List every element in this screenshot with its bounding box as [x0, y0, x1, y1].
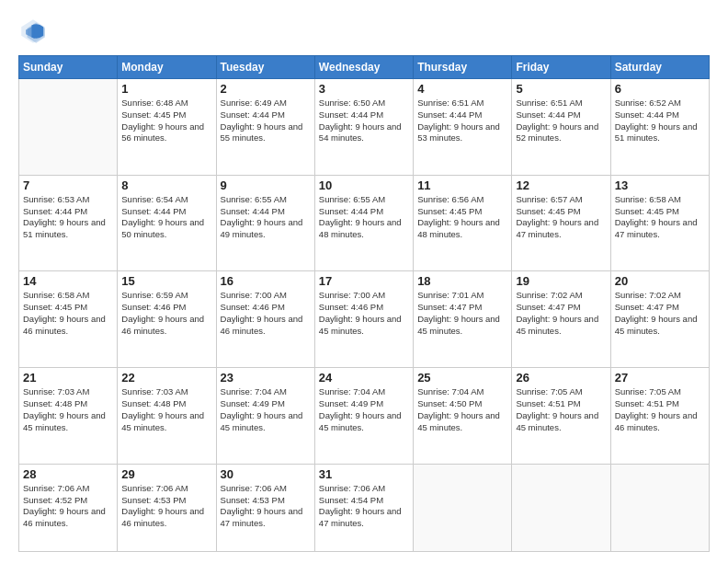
day-number: 25: [417, 371, 507, 385]
day-number: 11: [417, 178, 507, 192]
day-number: 13: [615, 178, 705, 192]
calendar-cell: 20Sunrise: 7:02 AM Sunset: 4:47 PM Dayli…: [610, 271, 709, 368]
day-info: Sunrise: 7:04 AM Sunset: 4:49 PM Dayligh…: [221, 386, 311, 433]
day-number: 14: [23, 274, 113, 288]
page: SundayMondayTuesdayWednesdayThursdayFrid…: [0, 0, 728, 563]
day-info: Sunrise: 7:00 AM Sunset: 4:46 PM Dayligh…: [319, 290, 409, 337]
calendar-cell: 26Sunrise: 7:05 AM Sunset: 4:51 PM Dayli…: [512, 368, 610, 465]
day-number: 26: [516, 371, 606, 385]
day-number: 19: [516, 274, 606, 288]
day-info: Sunrise: 7:05 AM Sunset: 4:51 PM Dayligh…: [615, 386, 705, 433]
calendar-cell: 21Sunrise: 7:03 AM Sunset: 4:48 PM Dayli…: [19, 368, 118, 465]
calendar-cell: 11Sunrise: 6:56 AM Sunset: 4:45 PM Dayli…: [414, 175, 512, 271]
day-number: 7: [23, 178, 113, 192]
calendar-cell: 15Sunrise: 6:59 AM Sunset: 4:46 PM Dayli…: [118, 271, 216, 368]
header: [18, 17, 710, 46]
logo-icon: [18, 17, 48, 46]
calendar-cell: 10Sunrise: 6:55 AM Sunset: 4:44 PM Dayli…: [314, 175, 413, 271]
calendar-cell: 30Sunrise: 7:06 AM Sunset: 4:53 PM Dayli…: [216, 464, 314, 551]
weekday-header: Monday: [118, 56, 216, 79]
day-info: Sunrise: 6:51 AM Sunset: 4:44 PM Dayligh…: [417, 98, 507, 144]
day-info: Sunrise: 6:55 AM Sunset: 4:44 PM Dayligh…: [319, 194, 409, 241]
day-info: Sunrise: 6:57 AM Sunset: 4:45 PM Dayligh…: [516, 194, 606, 241]
calendar-cell: [610, 464, 709, 551]
day-number: 5: [516, 82, 606, 96]
calendar-cell: 3Sunrise: 6:50 AM Sunset: 4:44 PM Daylig…: [314, 79, 413, 176]
logo: [18, 17, 51, 46]
calendar-cell: 28Sunrise: 7:06 AM Sunset: 4:52 PM Dayli…: [19, 464, 118, 551]
calendar-cell: [19, 79, 118, 176]
calendar-cell: 17Sunrise: 7:00 AM Sunset: 4:46 PM Dayli…: [314, 271, 413, 368]
weekday-header: Thursday: [414, 56, 512, 79]
calendar-cell: 2Sunrise: 6:49 AM Sunset: 4:44 PM Daylig…: [216, 79, 314, 176]
weekday-header-row: SundayMondayTuesdayWednesdayThursdayFrid…: [19, 56, 710, 79]
calendar-cell: 12Sunrise: 6:57 AM Sunset: 4:45 PM Dayli…: [512, 175, 610, 271]
calendar-cell: 18Sunrise: 7:01 AM Sunset: 4:47 PM Dayli…: [414, 271, 512, 368]
day-info: Sunrise: 6:53 AM Sunset: 4:44 PM Dayligh…: [23, 194, 113, 241]
calendar-cell: 8Sunrise: 6:54 AM Sunset: 4:44 PM Daylig…: [118, 175, 216, 271]
day-info: Sunrise: 7:06 AM Sunset: 4:53 PM Dayligh…: [221, 483, 311, 530]
calendar-cell: 24Sunrise: 7:04 AM Sunset: 4:49 PM Dayli…: [314, 368, 413, 465]
day-number: 28: [23, 467, 113, 481]
weekday-header: Friday: [512, 56, 610, 79]
weekday-header: Sunday: [19, 56, 118, 79]
day-info: Sunrise: 7:03 AM Sunset: 4:48 PM Dayligh…: [121, 386, 211, 433]
day-info: Sunrise: 7:04 AM Sunset: 4:49 PM Dayligh…: [319, 386, 409, 433]
calendar-week-row: 28Sunrise: 7:06 AM Sunset: 4:52 PM Dayli…: [19, 464, 710, 551]
calendar-cell: 22Sunrise: 7:03 AM Sunset: 4:48 PM Dayli…: [118, 368, 216, 465]
calendar-cell: 25Sunrise: 7:04 AM Sunset: 4:50 PM Dayli…: [414, 368, 512, 465]
day-number: 24: [319, 371, 409, 385]
day-number: 10: [319, 178, 409, 192]
day-info: Sunrise: 7:04 AM Sunset: 4:50 PM Dayligh…: [417, 386, 507, 433]
day-number: 29: [121, 467, 211, 481]
calendar-cell: 27Sunrise: 7:05 AM Sunset: 4:51 PM Dayli…: [610, 368, 709, 465]
day-info: Sunrise: 6:50 AM Sunset: 4:44 PM Dayligh…: [319, 98, 409, 144]
weekday-header: Wednesday: [314, 56, 413, 79]
calendar-cell: 9Sunrise: 6:55 AM Sunset: 4:44 PM Daylig…: [216, 175, 314, 271]
calendar-table: SundayMondayTuesdayWednesdayThursdayFrid…: [18, 55, 710, 552]
calendar-week-row: 14Sunrise: 6:58 AM Sunset: 4:45 PM Dayli…: [19, 271, 710, 368]
calendar-cell: 13Sunrise: 6:58 AM Sunset: 4:45 PM Dayli…: [610, 175, 709, 271]
day-number: 31: [319, 467, 409, 481]
day-number: 8: [121, 178, 211, 192]
day-number: 4: [417, 82, 507, 96]
day-number: 21: [23, 371, 113, 385]
weekday-header: Saturday: [610, 56, 709, 79]
calendar-cell: 7Sunrise: 6:53 AM Sunset: 4:44 PM Daylig…: [19, 175, 118, 271]
day-number: 27: [615, 371, 705, 385]
day-info: Sunrise: 6:52 AM Sunset: 4:44 PM Dayligh…: [615, 98, 705, 144]
day-number: 2: [221, 82, 311, 96]
day-info: Sunrise: 7:01 AM Sunset: 4:47 PM Dayligh…: [417, 290, 507, 337]
weekday-header: Tuesday: [216, 56, 314, 79]
day-info: Sunrise: 7:03 AM Sunset: 4:48 PM Dayligh…: [23, 386, 113, 433]
day-number: 15: [121, 274, 211, 288]
day-number: 1: [121, 82, 211, 96]
calendar-cell: 1Sunrise: 6:48 AM Sunset: 4:45 PM Daylig…: [118, 79, 216, 176]
calendar-cell: [414, 464, 512, 551]
day-info: Sunrise: 7:02 AM Sunset: 4:47 PM Dayligh…: [516, 290, 606, 337]
day-number: 22: [121, 371, 211, 385]
day-info: Sunrise: 7:06 AM Sunset: 4:52 PM Dayligh…: [23, 483, 113, 530]
day-number: 16: [221, 274, 311, 288]
day-info: Sunrise: 6:58 AM Sunset: 4:45 PM Dayligh…: [23, 290, 113, 337]
day-number: 20: [615, 274, 705, 288]
calendar-cell: [512, 464, 610, 551]
day-info: Sunrise: 6:58 AM Sunset: 4:45 PM Dayligh…: [615, 194, 705, 241]
day-number: 3: [319, 82, 409, 96]
day-info: Sunrise: 7:05 AM Sunset: 4:51 PM Dayligh…: [516, 386, 606, 433]
day-info: Sunrise: 6:48 AM Sunset: 4:45 PM Dayligh…: [121, 98, 211, 144]
day-info: Sunrise: 6:55 AM Sunset: 4:44 PM Dayligh…: [221, 194, 311, 241]
calendar-week-row: 7Sunrise: 6:53 AM Sunset: 4:44 PM Daylig…: [19, 175, 710, 271]
day-info: Sunrise: 7:00 AM Sunset: 4:46 PM Dayligh…: [221, 290, 311, 337]
day-number: 12: [516, 178, 606, 192]
calendar-cell: 16Sunrise: 7:00 AM Sunset: 4:46 PM Dayli…: [216, 271, 314, 368]
calendar-cell: 23Sunrise: 7:04 AM Sunset: 4:49 PM Dayli…: [216, 368, 314, 465]
day-number: 30: [221, 467, 311, 481]
day-number: 18: [417, 274, 507, 288]
calendar-cell: 14Sunrise: 6:58 AM Sunset: 4:45 PM Dayli…: [19, 271, 118, 368]
calendar-week-row: 1Sunrise: 6:48 AM Sunset: 4:45 PM Daylig…: [19, 79, 710, 176]
calendar-cell: 29Sunrise: 7:06 AM Sunset: 4:53 PM Dayli…: [118, 464, 216, 551]
calendar-week-row: 21Sunrise: 7:03 AM Sunset: 4:48 PM Dayli…: [19, 368, 710, 465]
day-info: Sunrise: 6:56 AM Sunset: 4:45 PM Dayligh…: [417, 194, 507, 241]
day-info: Sunrise: 6:49 AM Sunset: 4:44 PM Dayligh…: [221, 98, 311, 144]
